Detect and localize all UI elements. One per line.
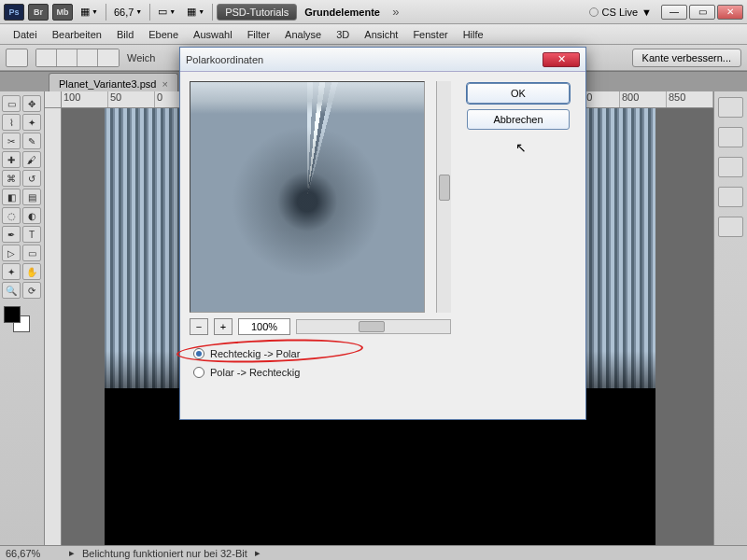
radio-icon xyxy=(193,367,204,378)
panel-color-icon[interactable] xyxy=(718,97,743,118)
preview-scrollbar-h[interactable] xyxy=(296,319,451,334)
history-brush-icon[interactable]: ↺ xyxy=(22,170,41,187)
shape-tool-icon[interactable]: ▭ xyxy=(22,245,41,261)
filter-preview[interactable] xyxy=(190,81,425,313)
tutorial-group-button[interactable]: PSD-Tutorials xyxy=(217,4,297,21)
ruler-vertical xyxy=(45,108,62,545)
foreground-swatch[interactable] xyxy=(4,306,21,323)
type-tool-icon[interactable]: T xyxy=(22,226,41,243)
eraser-tool-icon[interactable]: ◧ xyxy=(2,189,21,205)
document-tab-label: Planet_Variante3.psd xyxy=(59,78,156,90)
refine-edge-button[interactable]: Kante verbessern... xyxy=(632,49,741,67)
toolbox: ▭✥ ⌇✦ ✂✎ ✚🖌 ⌘↺ ◧▤ ◌◐ ✒T ▷▭ ✦✋ 🔍⟳ xyxy=(0,91,45,545)
option-rect-to-polar[interactable]: Rechteckig -> Polar xyxy=(193,348,451,359)
dialog-close-button[interactable]: ✕ xyxy=(543,52,580,67)
preview-zoom-value: 100% xyxy=(238,318,290,335)
zoom-level-dropdown[interactable]: 66,7▼ xyxy=(110,4,146,21)
dialog-title: Polarkoordinaten xyxy=(186,54,263,65)
rotate-view-icon[interactable]: ⟳ xyxy=(22,282,41,299)
dodge-tool-icon[interactable]: ◐ xyxy=(22,207,41,224)
window-close-button[interactable]: ✕ xyxy=(717,5,743,20)
zoom-out-button[interactable]: − xyxy=(190,318,208,335)
radio-icon xyxy=(193,348,204,359)
panel-swatches-icon[interactable] xyxy=(718,127,743,147)
menu-filter[interactable]: Filter xyxy=(240,29,277,40)
gradient-tool-icon[interactable]: ▤ xyxy=(22,189,41,205)
stamp-tool-icon[interactable]: ⌘ xyxy=(2,170,21,187)
heal-tool-icon[interactable]: ✚ xyxy=(2,151,21,168)
selection-mode-segment[interactable] xyxy=(35,49,120,67)
path-sel-tool-icon[interactable]: ▷ xyxy=(2,245,21,261)
brush-tool-icon[interactable]: 🖌 xyxy=(22,151,41,168)
status-zoom[interactable]: 66,67% xyxy=(6,548,62,559)
ruler-origin xyxy=(45,91,62,108)
hand-tool-icon[interactable]: ✋ xyxy=(22,263,41,280)
menu-3d[interactable]: 3D xyxy=(329,29,357,40)
menu-analyse[interactable]: Analyse xyxy=(277,29,329,40)
screen-mode-dropdown[interactable]: ▦▼ xyxy=(77,4,102,21)
cslive-status-icon xyxy=(589,7,599,17)
option-label: Polar -> Rechteckig xyxy=(210,367,300,378)
workspace-label[interactable]: Grundelemente xyxy=(301,4,384,21)
cslive-button[interactable]: CS Live▼ xyxy=(589,7,652,18)
pen-tool-icon[interactable]: ✒ xyxy=(2,226,21,243)
view-extras-dropdown[interactable]: ▭▼ xyxy=(154,4,179,21)
lasso-tool-icon[interactable]: ⌇ xyxy=(2,114,21,131)
3d-tool-icon[interactable]: ✦ xyxy=(2,263,21,280)
ok-button[interactable]: OK xyxy=(467,83,570,104)
zoom-in-button[interactable]: + xyxy=(214,318,233,335)
panel-adjust-icon[interactable] xyxy=(718,157,743,177)
status-message: Belichtung funktioniert nur bei 32-Bit xyxy=(82,548,247,559)
menu-bearbeiten[interactable]: Bearbeiten xyxy=(45,29,109,40)
blur-tool-icon[interactable]: ◌ xyxy=(2,207,21,224)
eyedropper-tool-icon[interactable]: ✎ xyxy=(22,133,41,149)
menu-auswahl[interactable]: Auswahl xyxy=(186,29,240,40)
app-titlebar: Ps Br Mb ▦▼ 66,7▼ ▭▼ ▦▼ PSD-Tutorials Gr… xyxy=(0,0,747,24)
menu-ebene[interactable]: Ebene xyxy=(141,29,186,40)
menu-bild[interactable]: Bild xyxy=(109,29,141,40)
color-swatches[interactable] xyxy=(2,306,42,334)
dialog-titlebar[interactable]: Polarkoordinaten ✕ xyxy=(180,48,585,72)
window-maximize-button[interactable]: ▭ xyxy=(689,5,715,20)
minibridge-icon[interactable]: Mb xyxy=(52,4,73,21)
menu-ansicht[interactable]: Ansicht xyxy=(357,29,405,40)
menu-fenster[interactable]: Fenster xyxy=(405,29,455,40)
marquee-tool-icon[interactable]: ▭ xyxy=(2,95,21,112)
feather-label: Weich xyxy=(127,52,155,63)
window-minimize-button[interactable]: — xyxy=(661,5,687,20)
panel-layers-icon[interactable] xyxy=(718,187,743,207)
option-polar-to-rect[interactable]: Polar -> Rechteckig xyxy=(193,367,451,378)
tool-preset-slot[interactable] xyxy=(6,49,28,67)
status-more-icon[interactable]: ▸ xyxy=(255,547,261,559)
panel-history-icon[interactable] xyxy=(718,217,743,237)
bridge-icon[interactable]: Br xyxy=(28,4,49,21)
arrange-dropdown[interactable]: ▦▼ xyxy=(183,4,208,21)
crop-tool-icon[interactable]: ✂ xyxy=(2,133,21,149)
status-nav-icon[interactable]: ▸ xyxy=(69,547,75,559)
collapsed-panels xyxy=(713,91,747,545)
main-menu: Datei Bearbeiten Bild Ebene Auswahl Filt… xyxy=(0,24,747,45)
document-tab[interactable]: Planet_Variante3.psd × xyxy=(49,73,178,91)
wand-tool-icon[interactable]: ✦ xyxy=(22,114,41,131)
polar-coordinates-dialog: Polarkoordinaten ✕ − + 100% Rechtec xyxy=(179,47,586,420)
ps-icon: Ps xyxy=(4,4,24,21)
option-label: Rechteckig -> Polar xyxy=(210,348,300,359)
workspace-more-icon[interactable]: » xyxy=(388,5,404,19)
close-tab-icon[interactable]: × xyxy=(162,78,167,90)
cancel-button[interactable]: Abbrechen xyxy=(467,109,570,130)
menu-datei[interactable]: Datei xyxy=(6,29,45,40)
status-bar: 66,67% ▸ Belichtung funktioniert nur bei… xyxy=(0,545,747,560)
preview-scrollbar-v[interactable] xyxy=(436,81,451,313)
move-tool-icon[interactable]: ✥ xyxy=(22,95,41,112)
menu-hilfe[interactable]: Hilfe xyxy=(456,29,491,40)
zoom-tool-icon[interactable]: 🔍 xyxy=(2,282,21,299)
